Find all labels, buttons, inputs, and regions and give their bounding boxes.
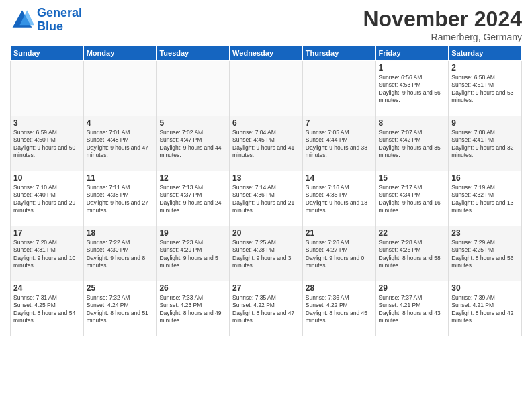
month-title: November 2024 xyxy=(363,7,522,32)
day-info: Sunrise: 7:20 AM Sunset: 4:31 PM Dayligh… xyxy=(13,239,81,270)
day-cell: 26Sunrise: 7:33 AM Sunset: 4:23 PM Dayli… xyxy=(157,281,230,336)
day-cell: 11Sunrise: 7:11 AM Sunset: 4:38 PM Dayli… xyxy=(83,171,157,226)
col-header-tuesday: Tuesday xyxy=(157,46,230,61)
day-cell: 13Sunrise: 7:14 AM Sunset: 4:36 PM Dayli… xyxy=(230,171,303,226)
day-info: Sunrise: 7:11 AM Sunset: 4:38 PM Dayligh… xyxy=(87,184,154,215)
day-cell: 18Sunrise: 7:22 AM Sunset: 4:30 PM Dayli… xyxy=(83,226,157,281)
logo-icon xyxy=(10,8,34,32)
day-cell xyxy=(157,61,230,116)
day-cell: 16Sunrise: 7:19 AM Sunset: 4:32 PM Dayli… xyxy=(449,171,522,226)
day-number: 10 xyxy=(13,173,81,183)
logo-line2: Blue xyxy=(37,19,63,33)
day-number: 1 xyxy=(379,63,446,73)
day-number: 21 xyxy=(306,228,373,238)
day-cell: 8Sunrise: 7:07 AM Sunset: 4:42 PM Daylig… xyxy=(375,116,449,171)
day-info: Sunrise: 7:13 AM Sunset: 4:37 PM Dayligh… xyxy=(159,184,226,215)
day-number: 27 xyxy=(232,283,300,293)
header: General Blue November 2024 Ramerberg, Ge… xyxy=(10,7,522,42)
day-info: Sunrise: 7:04 AM Sunset: 4:45 PM Dayligh… xyxy=(232,129,300,160)
day-info: Sunrise: 7:33 AM Sunset: 4:23 PM Dayligh… xyxy=(159,294,226,325)
day-cell: 14Sunrise: 7:16 AM Sunset: 4:35 PM Dayli… xyxy=(302,171,375,226)
day-cell: 17Sunrise: 7:20 AM Sunset: 4:31 PM Dayli… xyxy=(11,226,84,281)
day-number: 2 xyxy=(451,63,519,73)
day-cell: 10Sunrise: 7:10 AM Sunset: 4:40 PM Dayli… xyxy=(11,171,84,226)
day-number: 16 xyxy=(451,173,519,183)
col-header-monday: Monday xyxy=(83,46,157,61)
day-info: Sunrise: 7:16 AM Sunset: 4:35 PM Dayligh… xyxy=(306,184,373,215)
day-cell: 20Sunrise: 7:25 AM Sunset: 4:28 PM Dayli… xyxy=(230,226,303,281)
day-info: Sunrise: 7:10 AM Sunset: 4:40 PM Dayligh… xyxy=(13,184,81,215)
col-header-saturday: Saturday xyxy=(449,46,522,61)
day-number: 6 xyxy=(232,118,300,128)
day-cell: 25Sunrise: 7:32 AM Sunset: 4:24 PM Dayli… xyxy=(83,281,157,336)
day-number: 29 xyxy=(379,283,446,293)
day-number: 9 xyxy=(451,118,519,128)
day-cell: 2Sunrise: 6:58 AM Sunset: 4:51 PM Daylig… xyxy=(449,61,522,116)
calendar-table: SundayMondayTuesdayWednesdayThursdayFrid… xyxy=(10,45,522,336)
day-cell: 30Sunrise: 7:39 AM Sunset: 4:21 PM Dayli… xyxy=(449,281,522,336)
day-cell: 24Sunrise: 7:31 AM Sunset: 4:25 PM Dayli… xyxy=(11,281,84,336)
day-cell: 23Sunrise: 7:29 AM Sunset: 4:25 PM Dayli… xyxy=(449,226,522,281)
day-cell: 15Sunrise: 7:17 AM Sunset: 4:34 PM Dayli… xyxy=(375,171,449,226)
day-info: Sunrise: 7:35 AM Sunset: 4:22 PM Dayligh… xyxy=(232,294,300,325)
day-info: Sunrise: 7:31 AM Sunset: 4:25 PM Dayligh… xyxy=(13,294,81,325)
day-number: 12 xyxy=(159,173,226,183)
day-info: Sunrise: 7:39 AM Sunset: 4:21 PM Dayligh… xyxy=(451,294,519,325)
logo-line1: General xyxy=(37,6,82,19)
logo: General Blue xyxy=(10,7,82,34)
day-info: Sunrise: 7:28 AM Sunset: 4:26 PM Dayligh… xyxy=(379,239,446,270)
day-number: 17 xyxy=(13,228,81,238)
day-number: 26 xyxy=(159,283,226,293)
day-number: 19 xyxy=(159,228,226,238)
day-number: 5 xyxy=(159,118,226,128)
col-header-wednesday: Wednesday xyxy=(230,46,303,61)
day-number: 11 xyxy=(87,173,154,183)
day-number: 24 xyxy=(13,283,81,293)
day-cell: 29Sunrise: 7:37 AM Sunset: 4:21 PM Dayli… xyxy=(375,281,449,336)
day-info: Sunrise: 6:59 AM Sunset: 4:50 PM Dayligh… xyxy=(13,129,81,160)
day-info: Sunrise: 7:05 AM Sunset: 4:44 PM Dayligh… xyxy=(306,129,373,160)
day-info: Sunrise: 7:19 AM Sunset: 4:32 PM Dayligh… xyxy=(451,184,519,215)
day-cell xyxy=(83,61,157,116)
day-cell: 28Sunrise: 7:36 AM Sunset: 4:22 PM Dayli… xyxy=(302,281,375,336)
day-number: 18 xyxy=(87,228,154,238)
day-info: Sunrise: 6:58 AM Sunset: 4:51 PM Dayligh… xyxy=(451,74,519,105)
col-header-friday: Friday xyxy=(375,46,449,61)
day-info: Sunrise: 6:56 AM Sunset: 4:53 PM Dayligh… xyxy=(379,74,446,105)
day-cell xyxy=(230,61,303,116)
day-cell: 21Sunrise: 7:26 AM Sunset: 4:27 PM Dayli… xyxy=(302,226,375,281)
day-info: Sunrise: 7:25 AM Sunset: 4:28 PM Dayligh… xyxy=(232,239,300,270)
week-row-1: 1Sunrise: 6:56 AM Sunset: 4:53 PM Daylig… xyxy=(11,61,522,116)
day-cell: 12Sunrise: 7:13 AM Sunset: 4:37 PM Dayli… xyxy=(157,171,230,226)
week-row-5: 24Sunrise: 7:31 AM Sunset: 4:25 PM Dayli… xyxy=(11,281,522,336)
day-number: 22 xyxy=(379,228,446,238)
day-cell xyxy=(302,61,375,116)
day-info: Sunrise: 7:02 AM Sunset: 4:47 PM Dayligh… xyxy=(159,129,226,160)
subtitle: Ramerberg, Germany xyxy=(363,32,522,42)
day-info: Sunrise: 7:01 AM Sunset: 4:48 PM Dayligh… xyxy=(87,129,154,160)
day-number: 20 xyxy=(232,228,300,238)
col-header-sunday: Sunday xyxy=(11,46,84,61)
day-cell: 19Sunrise: 7:23 AM Sunset: 4:29 PM Dayli… xyxy=(157,226,230,281)
day-cell: 22Sunrise: 7:28 AM Sunset: 4:26 PM Dayli… xyxy=(375,226,449,281)
day-cell: 4Sunrise: 7:01 AM Sunset: 4:48 PM Daylig… xyxy=(83,116,157,171)
logo-text: General Blue xyxy=(37,7,82,34)
day-info: Sunrise: 7:26 AM Sunset: 4:27 PM Dayligh… xyxy=(306,239,373,270)
day-number: 30 xyxy=(451,283,519,293)
header-row: SundayMondayTuesdayWednesdayThursdayFrid… xyxy=(11,46,522,61)
day-number: 15 xyxy=(379,173,446,183)
day-number: 14 xyxy=(306,173,373,183)
day-cell xyxy=(11,61,84,116)
day-cell: 1Sunrise: 6:56 AM Sunset: 4:53 PM Daylig… xyxy=(375,61,449,116)
day-cell: 7Sunrise: 7:05 AM Sunset: 4:44 PM Daylig… xyxy=(302,116,375,171)
title-block: November 2024 Ramerberg, Germany xyxy=(363,7,522,42)
day-info: Sunrise: 7:07 AM Sunset: 4:42 PM Dayligh… xyxy=(379,129,446,160)
day-info: Sunrise: 7:36 AM Sunset: 4:22 PM Dayligh… xyxy=(306,294,373,325)
page-container: General Blue November 2024 Ramerberg, Ge… xyxy=(0,0,532,343)
day-number: 23 xyxy=(451,228,519,238)
day-number: 8 xyxy=(379,118,446,128)
day-number: 4 xyxy=(87,118,154,128)
week-row-4: 17Sunrise: 7:20 AM Sunset: 4:31 PM Dayli… xyxy=(11,226,522,281)
day-cell: 27Sunrise: 7:35 AM Sunset: 4:22 PM Dayli… xyxy=(230,281,303,336)
day-info: Sunrise: 7:29 AM Sunset: 4:25 PM Dayligh… xyxy=(451,239,519,270)
